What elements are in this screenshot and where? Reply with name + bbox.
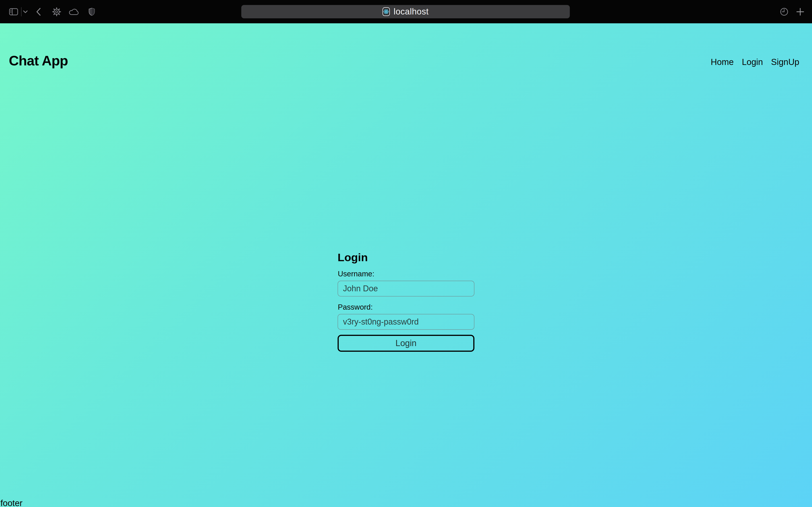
react-favicon bbox=[383, 7, 390, 16]
password-label: Password: bbox=[338, 303, 474, 312]
new-tab-plus-icon[interactable] bbox=[796, 0, 804, 23]
settings-gear-icon[interactable] bbox=[52, 0, 61, 23]
password-input[interactable] bbox=[338, 314, 474, 330]
browser-toolbar: localhost bbox=[0, 0, 812, 23]
toolbar-divider bbox=[21, 7, 21, 16]
login-heading: Login bbox=[338, 251, 474, 264]
nav-link-signup[interactable]: SignUp bbox=[771, 57, 799, 67]
main-nav: Home Login SignUp bbox=[711, 57, 799, 67]
username-input[interactable] bbox=[338, 281, 474, 296]
sidebar-toggle-icon[interactable] bbox=[9, 0, 18, 23]
back-icon[interactable] bbox=[36, 0, 41, 23]
icloud-icon[interactable] bbox=[69, 0, 79, 23]
chevron-down-icon[interactable] bbox=[23, 0, 28, 23]
page-title: Chat App bbox=[9, 53, 68, 69]
username-label: Username: bbox=[338, 270, 474, 278]
login-form: Login Username: Password: Login bbox=[338, 251, 474, 352]
page-background: Chat App Home Login SignUp Login Usernam… bbox=[0, 23, 812, 507]
nav-link-login[interactable]: Login bbox=[742, 57, 763, 67]
address-bar[interactable]: localhost bbox=[241, 5, 570, 18]
address-bar-text: localhost bbox=[394, 7, 428, 16]
nav-link-home[interactable]: Home bbox=[711, 57, 733, 67]
privacy-shield-icon[interactable] bbox=[88, 0, 95, 23]
history-clock-icon[interactable] bbox=[780, 0, 789, 23]
login-submit-button[interactable]: Login bbox=[338, 335, 474, 352]
footer: footer bbox=[0, 498, 22, 507]
